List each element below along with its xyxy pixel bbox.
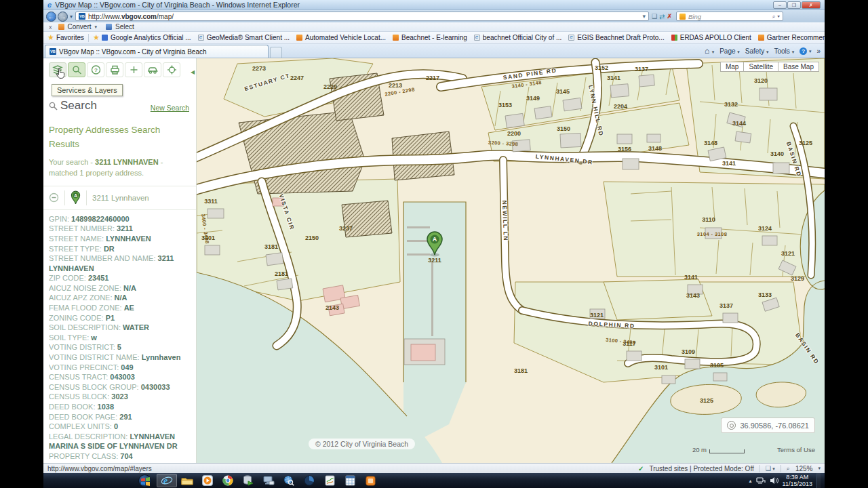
convert-button[interactable]: Convert	[68, 23, 92, 30]
taskbar-chrome-button[interactable]	[218, 474, 238, 487]
favorite-link[interactable]: Automated Vehicle Locat...	[296, 34, 386, 41]
select-icon	[106, 24, 112, 30]
address-dropdown-icon[interactable]: ▾	[642, 13, 646, 20]
svg-text:3104 - 3108: 3104 - 3108	[697, 231, 727, 237]
favorites-button[interactable]: Favorites	[56, 34, 84, 41]
add-favorite-icon[interactable]: ★	[93, 33, 100, 42]
svg-text:3125: 3125	[799, 140, 812, 146]
compatibility-status-icon[interactable]: ❑ ▾	[766, 465, 775, 472]
help-icon[interactable]: ? ▾	[800, 47, 811, 55]
svg-text:3124: 3124	[758, 225, 772, 232]
title-bar[interactable]: e VBgov Map :: VBgov.com - City of Virgi…	[43, 0, 825, 10]
show-desktop-button[interactable]	[816, 473, 821, 488]
panel-collapse-arrow[interactable]: ◀	[189, 66, 196, 79]
favorite-favicon	[393, 35, 399, 41]
taskbar-computer-button[interactable]	[258, 474, 279, 487]
compatibility-view-icon[interactable]: ❑	[652, 13, 657, 20]
page-menu[interactable]: Page ▾	[719, 47, 740, 55]
svg-text:2213: 2213	[389, 82, 402, 89]
taskbar-analytics-button[interactable]	[299, 474, 319, 487]
start-button[interactable]	[138, 474, 151, 487]
svg-text:3101: 3101	[654, 364, 668, 371]
svg-text:3181: 3181	[264, 243, 278, 250]
new-tab-button[interactable]	[270, 47, 282, 58]
search-results-panel: ?	[43, 58, 197, 463]
ie-icon: e	[47, 1, 52, 9]
property-field: STREET NUMBER AND NAME: 3211 LYNNHAVEN	[49, 253, 191, 273]
new-search-link[interactable]: New Search	[151, 104, 189, 112]
search-magnifier-icon[interactable]: ⌕ ▾	[772, 13, 780, 20]
favorite-link[interactable]: EGIS Beachnet Draft Proto...	[568, 34, 664, 41]
search-tool-button[interactable]	[68, 62, 85, 77]
favorite-link[interactable]: Gartner Recommended R...	[758, 34, 825, 41]
favorite-link[interactable]: GeoMedia® Smart Client ...	[198, 34, 290, 41]
favorite-link[interactable]: beachnet Official City of ...	[474, 34, 562, 41]
maximize-button[interactable]: ❐	[787, 1, 801, 9]
zoom-dropdown-icon[interactable]: ▾	[818, 466, 821, 471]
taskbar-media-player-button[interactable]	[197, 474, 218, 487]
tools-menu[interactable]: Tools ▾	[774, 47, 794, 55]
taskbar-grid-app-button[interactable]	[340, 474, 360, 487]
taskbar-orange-app-button[interactable]	[360, 474, 380, 487]
property-field: CENSUS BLOCK GROUP: 0430033	[49, 382, 191, 392]
base-map-button[interactable]: Base Map	[778, 62, 819, 72]
favorite-link[interactable]: Google Analytics Official ...	[102, 34, 191, 41]
directions-tool-button[interactable]	[144, 62, 161, 77]
commandbar-overflow-chevron[interactable]: »	[816, 47, 821, 55]
locate-tool-button[interactable]	[163, 62, 180, 77]
convert-dropdown-icon[interactable]: ▾	[95, 24, 98, 30]
tab-vbgov-map[interactable]: VB VBgov Map :: VBgov.com - City of Virg…	[45, 45, 269, 58]
history-dropdown-icon[interactable]: ▾	[70, 14, 73, 20]
svg-text:2181: 2181	[275, 270, 288, 277]
print-tool-button[interactable]	[106, 62, 123, 77]
address-bar[interactable]: VB http://www.vbgov.com/map/ ▾	[75, 12, 649, 21]
forward-button[interactable]: →	[58, 12, 68, 22]
result-row[interactable]: A 3211 Lynnhaven	[43, 186, 196, 210]
close-button[interactable]: ✗	[802, 1, 821, 9]
result-pin-icon[interactable]: A	[71, 190, 81, 205]
help-tool-button[interactable]: ?	[87, 62, 104, 77]
zoom-level[interactable]: 125%	[795, 465, 813, 472]
refresh-icon[interactable]: ⇄	[659, 13, 665, 20]
taskbar-database-button[interactable]	[238, 474, 258, 487]
satellite-button[interactable]: Satellite	[744, 62, 778, 72]
search-box[interactable]: Bing ⌕ ▾	[676, 12, 783, 21]
page-content: ?	[43, 58, 825, 463]
security-zone-text[interactable]: Trusted sites | Protected Mode: Off	[649, 465, 753, 472]
hidden-icons-button[interactable]: ▴	[749, 478, 752, 484]
property-field: VOTING DISTRICT: 5	[49, 342, 191, 352]
taskbar-ie-button[interactable]: e	[157, 474, 177, 487]
add-tool-button[interactable]	[125, 62, 142, 77]
favorites-star-icon[interactable]: ★	[47, 33, 54, 42]
map-viewport[interactable]: 3140 - 31482200 - 22983200 - 32983100 - …	[197, 58, 825, 463]
network-icon[interactable]	[756, 476, 766, 485]
volume-icon[interactable]	[770, 476, 778, 485]
taskbar-search-tool-button[interactable]	[279, 474, 299, 487]
property-field: VOTING PRECINCT: 049	[49, 363, 191, 373]
taskbar-clock[interactable]: 8:39 AM 11/15/2013	[783, 474, 812, 487]
windows-taskbar: e	[43, 473, 825, 488]
map-button[interactable]: Map	[720, 62, 744, 72]
remove-result-icon[interactable]	[49, 192, 59, 203]
grid-document-icon	[345, 475, 355, 486]
back-button[interactable]: ←	[46, 12, 56, 22]
zoom-magnifier-icon[interactable]: ⌕	[787, 465, 790, 472]
stop-icon[interactable]: ✗	[667, 13, 672, 20]
safety-menu[interactable]: Safety ▾	[745, 47, 769, 55]
addon-close-icon[interactable]: x	[49, 24, 52, 30]
terms-of-use-link[interactable]: Terms of Use	[777, 446, 815, 453]
select-button[interactable]: Select	[115, 23, 134, 30]
minimize-button[interactable]: –	[773, 1, 787, 9]
favorite-favicon	[671, 35, 677, 41]
divider	[760, 465, 760, 472]
favorite-link[interactable]: Beachnet - E-learning	[393, 34, 467, 41]
result-address[interactable]: 3211 Lynnhaven	[92, 194, 149, 202]
taskbar-map-app-button[interactable]	[319, 474, 340, 487]
favorite-link[interactable]: ERDAS APOLLO Client	[671, 34, 751, 41]
svg-text:2273: 2273	[252, 65, 266, 72]
search-summary: Your search - 3211 LYNNHAVEN - matched 1…	[49, 157, 189, 179]
parcel-basemap[interactable]: 3140 - 31482200 - 22983200 - 32983100 - …	[197, 58, 825, 463]
svg-text:2150: 2150	[305, 235, 319, 241]
taskbar-explorer-button[interactable]	[177, 474, 197, 487]
home-icon[interactable]: ⌂ ▾	[705, 46, 714, 56]
